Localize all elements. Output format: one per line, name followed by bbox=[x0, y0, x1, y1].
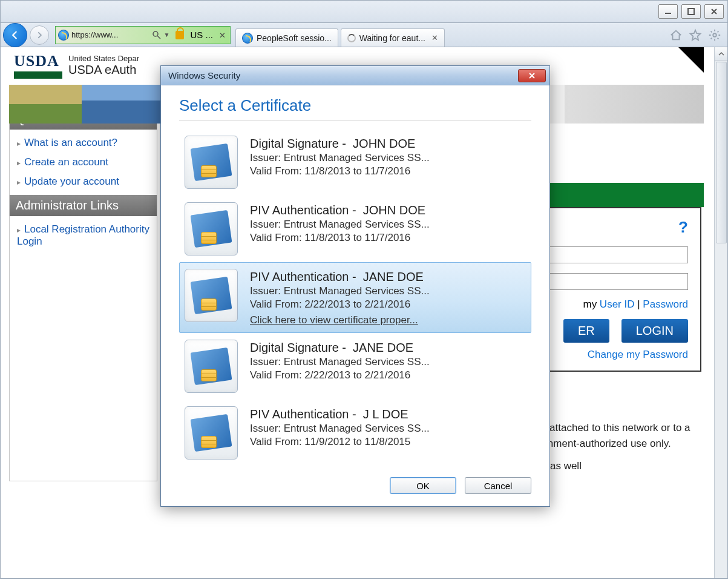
cancel-button[interactable]: Cancel bbox=[465, 477, 531, 494]
window-minimize-button[interactable] bbox=[658, 4, 678, 19]
help-icon[interactable]: ? bbox=[678, 218, 688, 237]
certificate-dialog: Windows Security Select a Certificate Di… bbox=[160, 65, 550, 507]
cert-issuer: Issuer: Entrust Managed Services SS... bbox=[250, 219, 430, 231]
cert-valid: Valid From: 11/8/2013 to 11/7/2016 bbox=[250, 165, 430, 177]
certificate-item[interactable]: Digital Signature - JANE DOEIssuer: Entr… bbox=[179, 333, 531, 400]
sidebar-link[interactable]: Create an account bbox=[24, 156, 108, 168]
browser-toolbar: https://www... ▼ US ... ✕ PeopleSoft ses… bbox=[0, 23, 728, 47]
cert-valid: Valid From: 2/22/2013 to 2/21/2016 bbox=[250, 298, 430, 311]
forgot-password-link[interactable]: Password bbox=[643, 298, 688, 310]
certificate-item[interactable]: PIV Authentication - JOHN DOEIssuer: Ent… bbox=[179, 196, 531, 262]
svg-point-3 bbox=[713, 33, 717, 37]
smartcard-icon bbox=[185, 406, 238, 460]
dialog-heading: Select a Certificate bbox=[179, 96, 531, 115]
dept-line: United States Depar bbox=[68, 54, 139, 63]
sidebar-heading-admin: Administrator Links bbox=[10, 195, 157, 216]
nav-contact-link[interactable]: act Us bbox=[566, 127, 595, 139]
url-text: https://www... bbox=[71, 30, 118, 39]
smartcard-icon bbox=[185, 136, 238, 189]
cert-title: PIV Authentication - JOHN DOE bbox=[250, 203, 430, 217]
ok-button[interactable]: OK bbox=[390, 477, 456, 494]
ie-icon bbox=[242, 33, 253, 44]
tabs-strip: PeopleSoft sessio... Waiting for eaut...… bbox=[235, 23, 447, 47]
browser-tab-2[interactable]: Waiting for eaut... ✕ bbox=[341, 28, 445, 47]
cert-issuer: Issuer: Entrust Managed Services SS... bbox=[250, 356, 430, 368]
browser-tab-1[interactable]: PeopleSoft sessio... bbox=[235, 28, 338, 47]
login-button[interactable]: LOGIN bbox=[621, 319, 688, 343]
address-bar[interactable]: https://www... ▼ US ... ✕ bbox=[55, 26, 231, 44]
sidebar-item[interactable]: Local Registration Authority Login bbox=[10, 220, 157, 251]
window-titlebar bbox=[0, 0, 728, 23]
cert-title: Digital Signature - JOHN DOE bbox=[250, 137, 430, 151]
spinner-icon bbox=[347, 34, 356, 42]
nav-find-lra-link[interactable]: Find an LRA bbox=[635, 127, 692, 139]
register-button[interactable]: ER bbox=[563, 319, 609, 343]
nav-forward-button[interactable] bbox=[30, 25, 49, 45]
app-line: USDA eAuth bbox=[68, 63, 139, 77]
favorites-icon[interactable] bbox=[689, 28, 702, 42]
tab-label: Waiting for eaut... bbox=[359, 33, 425, 43]
home-icon[interactable] bbox=[669, 28, 683, 42]
tab-label: PeopleSoft sessio... bbox=[257, 33, 332, 43]
smartcard-icon bbox=[185, 340, 238, 393]
tab-close-button[interactable]: ✕ bbox=[219, 31, 228, 39]
nav-back-button[interactable] bbox=[3, 23, 27, 47]
change-password-link[interactable]: Change my Password bbox=[588, 349, 688, 360]
corner-fold-icon bbox=[678, 47, 704, 73]
dialog-title-text: Windows Security bbox=[168, 70, 240, 81]
sidebar-item[interactable]: Create an account bbox=[10, 153, 157, 172]
cert-issuer: Issuer: Entrust Managed Services SS... bbox=[250, 285, 430, 297]
sidebar-item[interactable]: Update your account bbox=[10, 172, 157, 191]
cert-valid: Valid From: 11/9/2012 to 11/8/2015 bbox=[250, 436, 430, 448]
search-icon[interactable] bbox=[152, 30, 162, 40]
svg-rect-0 bbox=[665, 13, 671, 14]
dialog-titlebar[interactable]: Windows Security bbox=[161, 66, 549, 85]
usda-mark-text: USDA bbox=[14, 52, 62, 70]
cert-issuer: Issuer: Entrust Managed Services SS... bbox=[250, 152, 430, 164]
dialog-close-button[interactable] bbox=[518, 69, 546, 82]
svg-point-2 bbox=[153, 31, 158, 36]
smartcard-icon bbox=[185, 202, 238, 255]
sidebar: Quick Links What is an account? Create a… bbox=[9, 101, 157, 481]
window-maximize-button[interactable] bbox=[681, 4, 701, 19]
window-close-button[interactable] bbox=[704, 4, 724, 19]
certificate-item[interactable]: Digital Signature - JOHN DOEIssuer: Entr… bbox=[179, 129, 531, 196]
certificate-list: Digital Signature - JOHN DOEIssuer: Entr… bbox=[179, 129, 531, 466]
gear-icon[interactable] bbox=[708, 28, 721, 42]
cert-title: Digital Signature - JANE DOE bbox=[250, 341, 430, 355]
cert-title: PIV Authentication - J L DOE bbox=[250, 407, 430, 421]
sidebar-link[interactable]: Update your account bbox=[24, 176, 119, 187]
certificate-item[interactable]: PIV Authentication - JANE DOEIssuer: Ent… bbox=[179, 262, 531, 333]
forgot-userid-link[interactable]: User ID bbox=[600, 298, 635, 310]
svg-rect-1 bbox=[688, 8, 694, 15]
certificate-item[interactable]: PIV Authentication - J L DOEIssuer: Entr… bbox=[179, 400, 531, 466]
tab-close-button[interactable]: ✕ bbox=[431, 33, 438, 42]
usda-logo: USDA United States Depar USDA eAuth bbox=[14, 52, 139, 79]
ie-icon bbox=[58, 30, 69, 41]
view-cert-properties-link[interactable]: Click here to view certificate proper... bbox=[250, 314, 418, 326]
cert-issuer: Issuer: Entrust Managed Services SS... bbox=[250, 423, 430, 435]
scroll-thumb[interactable] bbox=[716, 62, 727, 243]
scroll-up-button[interactable] bbox=[715, 47, 728, 61]
sidebar-link[interactable]: Local Registration Authority Login bbox=[17, 223, 149, 247]
cert-title: PIV Authentication - JANE DOE bbox=[250, 270, 430, 284]
dropdown-icon[interactable]: ▼ bbox=[164, 31, 170, 38]
cert-valid: Valid From: 11/8/2013 to 11/7/2016 bbox=[250, 232, 430, 244]
lock-icon bbox=[175, 31, 184, 39]
page-title-tab: US ... bbox=[190, 30, 213, 40]
cert-valid: Valid From: 2/22/2013 to 2/21/2016 bbox=[250, 369, 430, 381]
smartcard-icon bbox=[185, 269, 238, 322]
scrollbar[interactable] bbox=[714, 47, 727, 578]
